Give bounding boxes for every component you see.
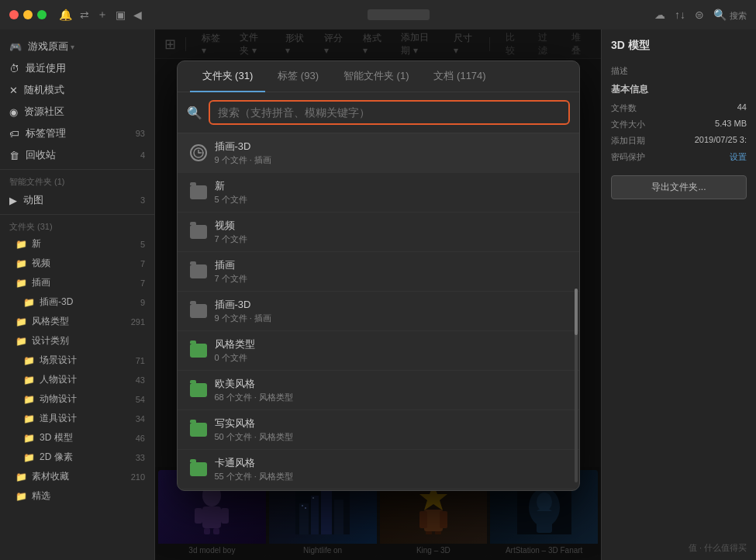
sidebar-item-sheji[interactable]: 📁 设计类别	[0, 331, 154, 351]
community-icon: ◉	[9, 106, 18, 118]
sidebar-item-3dmodel[interactable]: 📁 3D 模型 46	[0, 428, 154, 448]
tag-icon: 🏷	[9, 128, 19, 140]
traffic-lights	[9, 10, 47, 19]
sidebar-item-jingxuan[interactable]: 📁 精选	[0, 486, 154, 506]
dropdown-icon: ▾	[71, 43, 74, 51]
folder-icon-daoju: 📁	[23, 413, 35, 424]
folder-icon-shipin: 📁	[16, 258, 27, 269]
right-panel: 3D 模型 描述 基本信息 文件数 44 文件大小 5.43 MB 添加日期 2…	[601, 29, 756, 560]
folder-icon-sheji: 📁	[16, 336, 27, 347]
sync-icon[interactable]: ⇄	[80, 9, 89, 21]
list-item-content-chahua3d2: 插画-3D 9 个文件 · 插画	[215, 298, 271, 324]
smart-section-header: 智能文件夹 (1)	[0, 173, 154, 189]
cloud-icon[interactable]: ☁	[654, 9, 665, 22]
modal-overlay: 文件夹 (31) 标签 (93) 智能文件夹 (1) 文档 (1174) 🔍	[155, 29, 601, 560]
folder-green-icon-fengge	[190, 344, 207, 358]
folder-icon-3dmodel: 📁	[23, 433, 35, 444]
panel-basic-info-title: 基本信息	[611, 83, 747, 96]
tab-smart[interactable]: 智能文件夹 (1)	[331, 61, 422, 92]
export-btn[interactable]: 导出文件夹...	[611, 175, 747, 199]
sort-icon[interactable]: ↑↓	[675, 9, 685, 22]
sidebar-item-youxi[interactable]: 🎮 游戏原画 ▾	[0, 36, 154, 57]
scrollbar-thumb[interactable]	[575, 289, 578, 335]
sidebar-item-dongwu[interactable]: 📁 动物设计 54	[0, 389, 154, 409]
sidebar-item-changjing[interactable]: 📁 场景设计 71	[0, 351, 154, 370]
list-item-content-shipin: 视频 7 个文件	[215, 219, 247, 245]
folder-icon-dongwu: 📁	[23, 394, 35, 405]
tab-tag[interactable]: 标签 (93)	[265, 61, 331, 92]
list-item-katong[interactable]: 卡通风格 55 个文件 · 风格类型	[178, 450, 579, 489]
watermark: 值 · 什么值得买	[689, 542, 747, 554]
sidebar-item-renwu[interactable]: 📁 人物设计 43	[0, 370, 154, 389]
list-item-oumei[interactable]: 欧美风格 68 个文件 · 风格类型	[178, 371, 579, 410]
sidebar-item-ziyuan[interactable]: ◉ 资源社区	[0, 101, 154, 123]
titlebar-nav-icons: 🔔 ⇄ ＋ ▣ ◀	[59, 8, 142, 22]
sidebar-item-suiji[interactable]: ✕ 随机模式	[0, 79, 154, 101]
folder-icon-chahua3d: 📁	[23, 297, 35, 308]
sidebar-item-sucai[interactable]: 📁 素材收藏 210	[0, 467, 154, 486]
plus-icon[interactable]: ＋	[97, 8, 108, 22]
list-item-xin[interactable]: 新 5 个文件	[178, 173, 579, 213]
modal-list: 插画-3D 9 个文件 · 插画 新 5 个文件	[178, 133, 579, 490]
folder-icon-chahua: 📁	[16, 278, 27, 289]
list-item-chahua3d2[interactable]: 插画-3D 9 个文件 · 插画	[178, 292, 579, 331]
filter-icon[interactable]: ⊜	[695, 9, 704, 22]
folder-gray-icon-chahua3d	[190, 304, 207, 318]
list-item-content: 插画-3D 9 个文件 · 插画	[215, 140, 271, 166]
panel-row-filesize: 文件大小 5.43 MB	[611, 119, 747, 130]
tab-doc[interactable]: 文档 (1174)	[421, 61, 498, 92]
list-item-content-oumei: 欧美风格 68 个文件 · 风格类型	[215, 377, 293, 403]
modal-search-input[interactable]	[209, 100, 570, 125]
sidebar-item-2dxiang[interactable]: 📁 2D 像素 33	[0, 448, 154, 467]
back-icon[interactable]: ◀	[133, 9, 142, 21]
divider-2	[0, 214, 154, 215]
close-button[interactable]	[9, 10, 19, 19]
maximize-button[interactable]	[37, 10, 47, 19]
titlebar-center	[142, 9, 654, 20]
folder-icon-xin: 📁	[16, 239, 27, 250]
grid-icon[interactable]: ▣	[116, 9, 126, 21]
folder-gray-icon-chahua	[190, 264, 207, 278]
folder-gray-icon-shipin	[190, 225, 207, 239]
list-item-fenggeleixing[interactable]: 风格类型 0 个文件	[178, 331, 579, 371]
gamepad-icon: 🎮	[9, 41, 22, 53]
folder-icon-changjing: 📁	[23, 355, 35, 366]
list-item-recent-chahua3d[interactable]: 插画-3D 9 个文件 · 插画	[178, 133, 579, 173]
titlebar-right-icons: ☁ ↑↓ ⊜ 🔍 搜索	[654, 9, 747, 22]
sidebar-item-xin[interactable]: 📁 新 5	[0, 234, 154, 254]
sidebar-item-zuijin[interactable]: ⏱ 最近使用	[0, 57, 154, 79]
minimize-button[interactable]	[23, 10, 33, 19]
trash-icon: 🗑	[9, 150, 19, 161]
list-item-content-chahua: 插画 7 个文件	[215, 258, 247, 285]
panel-row-adddate: 添加日期 2019/07/25 3:	[611, 135, 747, 147]
sidebar-item-shipin[interactable]: 📁 视频 7	[0, 254, 154, 273]
list-item-shipin[interactable]: 视频 7 个文件	[178, 213, 579, 252]
folder-section-header: 文件夹 (31)	[0, 218, 154, 234]
list-item-content-xieshi: 写实风格 50 个文件 · 风格类型	[215, 417, 293, 443]
recent-icon: ⏱	[9, 63, 19, 74]
panel-description-label: 描述	[611, 65, 747, 77]
search-icon[interactable]: 🔍 搜索	[713, 9, 747, 22]
sidebar-item-biaoqian[interactable]: 🏷 标签管理 93	[0, 123, 154, 144]
folder-icon-jingxuan: 📁	[16, 491, 27, 502]
panel-row-password: 密码保护 设置	[611, 151, 747, 163]
tab-folder[interactable]: 文件夹 (31)	[190, 61, 266, 92]
sidebar-item-chahua[interactable]: 📁 插画 7	[0, 273, 154, 292]
sidebar-item-dongtu[interactable]: ▶ 动图 3	[0, 189, 154, 211]
content-area: ⊞ 标签 ▾ 文件夹 ▾ 形状 ▾ 评分 ▾ 格式 ▾ 添加日期 ▾ 尺寸 ▾ …	[155, 29, 601, 560]
panel-basic-info: 基本信息 文件数 44 文件大小 5.43 MB 添加日期 2019/07/25…	[611, 83, 747, 163]
svg-point-26	[194, 148, 203, 157]
sidebar-item-daoju[interactable]: 📁 道具设计 34	[0, 409, 154, 428]
search-modal: 文件夹 (31) 标签 (93) 智能文件夹 (1) 文档 (1174) 🔍	[177, 60, 580, 491]
folder-gray-icon-xin	[190, 185, 207, 199]
list-item-xieshi[interactable]: 写实风格 50 个文件 · 风格类型	[178, 410, 579, 450]
sidebar-item-huishou[interactable]: 🗑 回收站 4	[0, 144, 154, 166]
list-item-content-xin: 新 5 个文件	[215, 179, 247, 206]
list-item-chahua[interactable]: 插画 7 个文件	[178, 252, 579, 292]
modal-search-bar: 🔍	[178, 92, 579, 133]
sidebar-item-fengge[interactable]: 📁 风格类型 291	[0, 312, 154, 331]
list-item-rihan[interactable]: 日韩风格 60 个文件 · 风格类型	[178, 489, 579, 490]
folder-green-icon-oumei	[190, 383, 207, 397]
bell-icon[interactable]: 🔔	[59, 9, 72, 21]
sidebar-item-chahua3d[interactable]: 📁 插画-3D 9	[0, 292, 154, 312]
